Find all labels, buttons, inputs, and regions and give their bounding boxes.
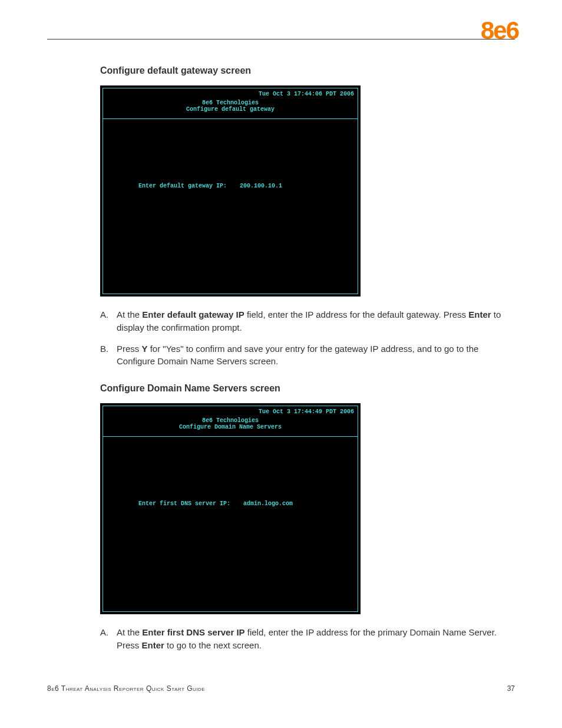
step-item: A. At the Enter default gateway IP field… bbox=[100, 308, 509, 334]
section-title-gateway: Configure default gateway screen bbox=[100, 65, 509, 76]
terminal-screenshot-gateway: Tue Oct 3 17:44:06 PDT 2006 8e6 Technolo… bbox=[100, 85, 361, 297]
step-letter: A. bbox=[100, 626, 117, 652]
terminal-prompt-value: admin.logo.com bbox=[243, 500, 293, 507]
step-text: Press Y for "Yes" to confirm and save yo… bbox=[117, 342, 509, 368]
terminal-prompt-label: Enter default gateway IP: bbox=[138, 183, 227, 189]
main-content: Configure default gateway screen Tue Oct… bbox=[100, 65, 509, 652]
section-title-dns: Configure Domain Name Servers screen bbox=[100, 383, 509, 394]
step-item: A. At the Enter first DNS server IP fiel… bbox=[100, 626, 509, 652]
step-letter: B. bbox=[100, 342, 117, 368]
header-rule bbox=[47, 39, 515, 39]
brand-logo: 8e6 bbox=[476, 17, 518, 45]
step-item: B. Press Y for "Yes" to confirm and save… bbox=[100, 342, 509, 368]
step-list-gateway: A. At the Enter default gateway IP field… bbox=[100, 308, 509, 368]
terminal-company: 8e6 Technologies bbox=[107, 100, 354, 106]
terminal-screenshot-dns: Tue Oct 3 17:44:49 PDT 2006 8e6 Technolo… bbox=[100, 403, 361, 614]
terminal-company: 8e6 Technologies bbox=[107, 417, 354, 424]
terminal-date: Tue Oct 3 17:44:49 PDT 2006 bbox=[107, 409, 354, 415]
terminal-prompt-value: 200.100.10.1 bbox=[240, 183, 282, 189]
footer-guide-title: 8e6 Threat Analysis Reporter Quick Start… bbox=[47, 684, 205, 693]
footer-page-number: 37 bbox=[507, 684, 515, 693]
step-text: At the Enter default gateway IP field, e… bbox=[117, 308, 509, 334]
step-letter: A. bbox=[100, 308, 117, 334]
terminal-date: Tue Oct 3 17:44:06 PDT 2006 bbox=[107, 91, 354, 97]
page-footer: 8e6 Threat Analysis Reporter Quick Start… bbox=[47, 684, 515, 693]
terminal-subtitle: Configure default gateway bbox=[107, 106, 354, 113]
terminal-prompt-label: Enter first DNS server IP: bbox=[138, 500, 230, 507]
step-list-dns: A. At the Enter first DNS server IP fiel… bbox=[100, 626, 509, 652]
step-text: At the Enter first DNS server IP field, … bbox=[117, 626, 509, 652]
terminal-subtitle: Configure Domain Name Servers bbox=[107, 424, 354, 430]
